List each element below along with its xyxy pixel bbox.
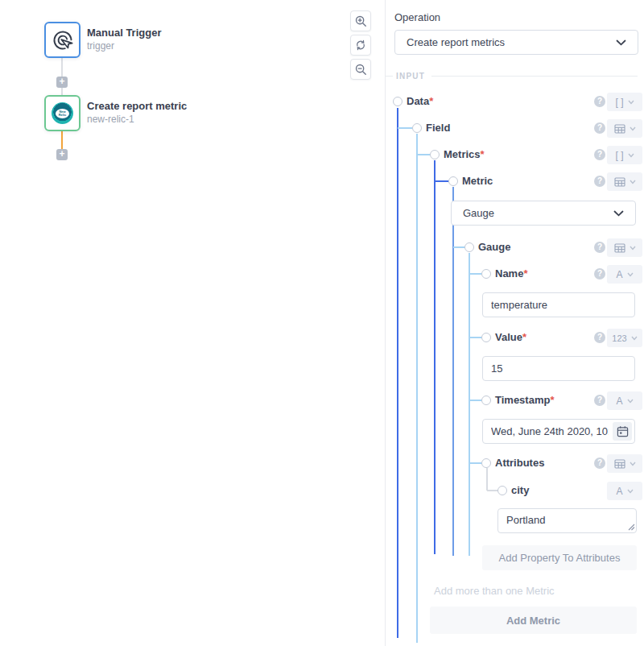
node-handle[interactable]: [481, 395, 491, 405]
help-icon[interactable]: ?: [594, 96, 605, 107]
chevron-down-icon: [630, 126, 636, 131]
name-input[interactable]: [482, 292, 635, 317]
type-selector-string[interactable]: A: [607, 482, 642, 500]
metric-type-select[interactable]: Gauge: [451, 201, 636, 226]
help-icon[interactable]: ?: [594, 268, 605, 280]
add-metric-hint: Add more than one Metric: [434, 585, 555, 597]
tree-line-field: [416, 134, 418, 643]
add-metric-button[interactable]: Add Metric: [430, 607, 637, 634]
zoom-reset-button[interactable]: [350, 35, 371, 56]
operation-select[interactable]: Create report metrics: [394, 30, 638, 55]
value-input[interactable]: [482, 356, 635, 381]
node-title: Manual Trigger: [87, 27, 161, 39]
chevron-down-icon: [627, 399, 634, 404]
refresh-icon: [354, 39, 367, 52]
node-handle[interactable]: [412, 123, 422, 133]
chevron-down-icon: [628, 153, 634, 158]
node-title: Create report metric: [87, 100, 187, 112]
type-selector-object[interactable]: [607, 238, 642, 257]
input-section-label: INPUT: [396, 72, 425, 81]
type-selector-list[interactable]: [ ]: [607, 146, 642, 164]
help-icon[interactable]: ?: [594, 149, 605, 160]
type-selector-string[interactable]: A: [607, 391, 642, 410]
help-icon[interactable]: ?: [594, 395, 605, 406]
node-subtitle: new-relic-1: [87, 114, 134, 125]
manual-trigger-icon: [52, 29, 74, 52]
input-section-divider: INPUT: [386, 72, 644, 81]
table-type-icon: [614, 459, 625, 469]
tree-row-timestamp: Timestamp* ? A: [386, 391, 644, 409]
tree-row-value: Value* ? 123: [386, 329, 644, 346]
type-selector-object[interactable]: [607, 172, 642, 191]
chevron-down-icon: [630, 180, 636, 184]
metric-type-value: Gauge: [463, 207, 494, 219]
node-create-report-metric[interactable]: New Relic: [44, 95, 80, 131]
calendar-button[interactable]: [613, 422, 632, 441]
tree-row-attributes: Attributes ?: [386, 454, 644, 472]
type-selector-list[interactable]: [ ]: [607, 93, 642, 111]
help-icon[interactable]: ?: [594, 122, 605, 134]
node-handle[interactable]: [464, 242, 474, 252]
chevron-down-icon: [630, 462, 636, 466]
node-handle[interactable]: [481, 458, 491, 468]
calendar-icon: [617, 425, 629, 437]
tree-row-name: Name* ? A: [386, 265, 644, 283]
node-handle[interactable]: [393, 97, 402, 106]
type-selector-string[interactable]: A: [607, 265, 642, 284]
zoom-out-button[interactable]: [350, 59, 371, 80]
help-icon[interactable]: ?: [594, 332, 605, 343]
node-handle[interactable]: [481, 269, 491, 279]
type-selector-object[interactable]: [607, 454, 642, 473]
chevron-down-icon: [613, 210, 624, 217]
type-selector-number[interactable]: 123: [607, 329, 642, 347]
node-handle[interactable]: [497, 486, 507, 495]
table-type-icon: [614, 243, 625, 253]
chevron-down-icon: [616, 39, 626, 46]
config-panel: Operation Create report metrics INPUT: [385, 0, 644, 646]
operation-label: Operation: [394, 11, 440, 23]
zoom-in-button[interactable]: [350, 10, 371, 31]
add-step-button[interactable]: +: [56, 77, 68, 88]
workflow-canvas[interactable]: Manual Trigger trigger + New Relic Creat…: [0, 0, 385, 646]
node-handle[interactable]: [448, 176, 458, 186]
add-step-button[interactable]: +: [56, 149, 68, 160]
tree-row-gauge: Gauge ?: [386, 238, 644, 256]
table-type-icon: [614, 177, 625, 187]
node-subtitle: trigger: [87, 40, 114, 52]
city-input[interactable]: Portland: [497, 508, 637, 533]
tree-row-metrics: Metrics* ? [ ]: [386, 146, 644, 164]
help-icon[interactable]: ?: [594, 458, 605, 469]
help-icon[interactable]: ?: [594, 176, 605, 187]
type-selector-object[interactable]: [607, 119, 642, 138]
chevron-down-icon: [627, 489, 634, 494]
add-property-button[interactable]: Add Property To Attributes: [482, 545, 637, 570]
new-relic-icon: New Relic: [52, 102, 73, 124]
chevron-down-icon: [627, 272, 634, 277]
tree-row-metric: Metric ?: [386, 172, 644, 190]
tree-row-field: Field ?: [386, 119, 644, 137]
workflow-editor: Manual Trigger trigger + New Relic Creat…: [0, 0, 644, 646]
operation-value: Create report metrics: [407, 36, 505, 48]
chevron-down-icon: [630, 246, 636, 251]
node-handle[interactable]: [430, 150, 440, 159]
node-manual-trigger[interactable]: [44, 22, 80, 58]
chevron-down-icon: [628, 100, 634, 105]
table-type-icon: [614, 124, 625, 134]
chevron-down-icon: [631, 336, 638, 341]
tree-row-city: city A: [386, 482, 644, 499]
help-icon[interactable]: ?: [594, 242, 605, 253]
zoom-out-icon: [354, 63, 367, 76]
tree-row-data: Data* ? [ ]: [386, 93, 644, 110]
zoom-in-icon: [354, 14, 367, 27]
node-handle[interactable]: [481, 333, 491, 342]
